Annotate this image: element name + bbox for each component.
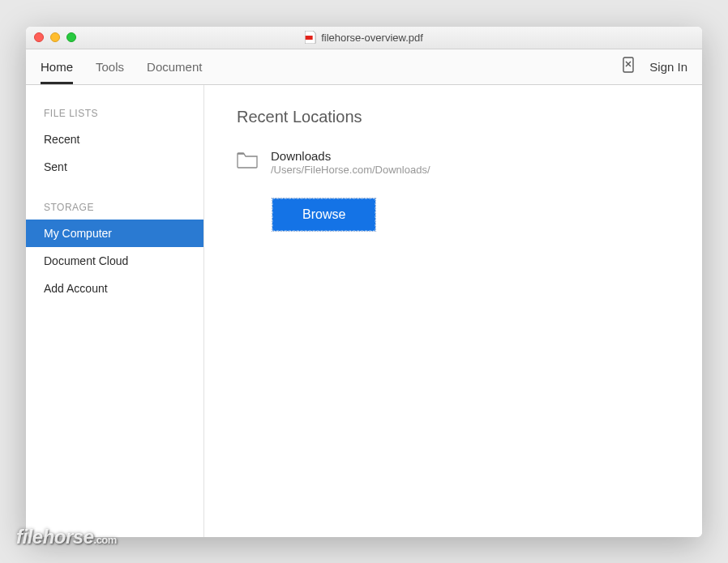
pdf-icon xyxy=(305,31,316,44)
sidebar-header-storage: STORAGE xyxy=(26,195,203,220)
browse-button[interactable]: Browse xyxy=(272,198,375,231)
toolbar: Home Tools Document Sign In xyxy=(26,49,702,85)
location-path: /Users/FileHorse.com/Downloads/ xyxy=(271,164,430,176)
close-button[interactable] xyxy=(34,32,44,42)
sidebar-item-document-cloud[interactable]: Document Cloud xyxy=(26,247,203,275)
toolbar-right: Sign In xyxy=(622,57,687,76)
folder-icon xyxy=(237,149,258,172)
svg-rect-1 xyxy=(623,58,633,72)
page-title: Recent Locations xyxy=(237,108,670,126)
minimize-button[interactable] xyxy=(50,32,60,42)
toolbar-tabs: Home Tools Document xyxy=(41,49,202,84)
sign-in-link[interactable]: Sign In xyxy=(649,60,687,74)
content-area: FILE LISTS Recent Sent STORAGE My Comput… xyxy=(26,85,702,537)
window-controls xyxy=(26,32,76,42)
tab-document[interactable]: Document xyxy=(147,49,202,84)
main-panel: Recent Locations Downloads /Users/FileHo… xyxy=(204,85,702,537)
sidebar-item-sent[interactable]: Sent xyxy=(26,153,203,181)
maximize-button[interactable] xyxy=(66,32,76,42)
sidebar-item-recent[interactable]: Recent xyxy=(26,126,203,153)
mobile-link-icon[interactable] xyxy=(622,57,635,76)
titlebar[interactable]: filehorse-overview.pdf xyxy=(26,27,702,49)
app-window: filehorse-overview.pdf Home Tools Docume… xyxy=(26,27,702,537)
tab-home[interactable]: Home xyxy=(41,49,73,84)
watermark: filehorse.com xyxy=(16,526,117,548)
watermark-suffix: .com xyxy=(94,534,117,546)
sidebar-item-add-account[interactable]: Add Account xyxy=(26,275,203,302)
sidebar: FILE LISTS Recent Sent STORAGE My Comput… xyxy=(26,85,204,537)
location-name: Downloads xyxy=(271,149,430,163)
recent-location-row[interactable]: Downloads /Users/FileHorse.com/Downloads… xyxy=(237,149,670,176)
svg-rect-0 xyxy=(306,36,313,40)
location-text: Downloads /Users/FileHorse.com/Downloads… xyxy=(271,149,430,176)
tab-tools[interactable]: Tools xyxy=(96,49,124,84)
watermark-name: filehorse xyxy=(16,526,94,548)
sidebar-header-file-lists: FILE LISTS xyxy=(26,101,203,126)
window-title-text: filehorse-overview.pdf xyxy=(321,32,423,44)
sidebar-item-my-computer[interactable]: My Computer xyxy=(26,220,203,247)
window-title: filehorse-overview.pdf xyxy=(305,31,423,44)
